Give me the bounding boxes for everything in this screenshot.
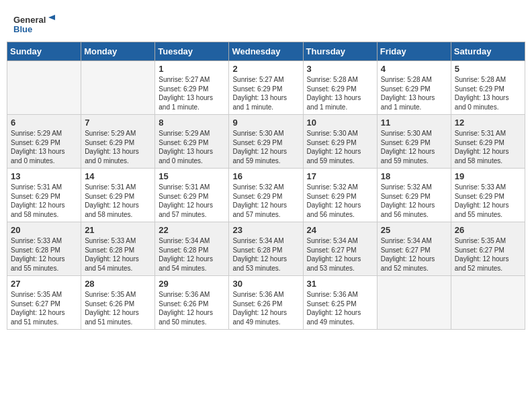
day-info: Sunrise: 5:30 AM Sunset: 6:29 PM Dayligh… [232, 129, 299, 165]
calendar-cell: 18Sunrise: 5:32 AM Sunset: 6:29 PM Dayli… [377, 169, 451, 222]
calendar-header-row: SundayMondayTuesdayWednesdayThursdayFrid… [7, 42, 525, 61]
calendar-week-row: 27Sunrise: 5:35 AM Sunset: 6:27 PM Dayli… [7, 276, 525, 330]
day-number: 21 [85, 225, 151, 235]
calendar-week-row: 6Sunrise: 5:29 AM Sunset: 6:29 PM Daylig… [7, 115, 525, 169]
calendar-cell: 13Sunrise: 5:31 AM Sunset: 6:29 PM Dayli… [7, 169, 81, 222]
calendar-cell [81, 61, 155, 115]
day-info: Sunrise: 5:34 AM Sunset: 6:28 PM Dayligh… [159, 236, 225, 273]
day-info: Sunrise: 5:28 AM Sunset: 6:29 PM Dayligh… [381, 75, 447, 111]
day-number: 15 [159, 171, 225, 181]
calendar-cell: 9Sunrise: 5:30 AM Sunset: 6:29 PM Daylig… [229, 115, 303, 169]
calendar-cell: 25Sunrise: 5:34 AM Sunset: 6:27 PM Dayli… [377, 222, 451, 276]
day-info: Sunrise: 5:35 AM Sunset: 6:27 PM Dayligh… [11, 290, 77, 326]
calendar-cell: 7Sunrise: 5:29 AM Sunset: 6:29 PM Daylig… [81, 115, 155, 169]
day-info: Sunrise: 5:32 AM Sunset: 6:29 PM Dayligh… [232, 183, 299, 219]
calendar-cell [451, 276, 525, 330]
day-info: Sunrise: 5:33 AM Sunset: 6:28 PM Dayligh… [85, 236, 151, 273]
day-number: 26 [455, 225, 521, 235]
logo-icon: General Blue [13, 13, 57, 35]
calendar-cell: 6Sunrise: 5:29 AM Sunset: 6:29 PM Daylig… [7, 115, 81, 169]
calendar-cell: 2Sunrise: 5:27 AM Sunset: 6:29 PM Daylig… [229, 61, 303, 115]
day-info: Sunrise: 5:34 AM Sunset: 6:27 PM Dayligh… [381, 236, 447, 273]
day-info: Sunrise: 5:35 AM Sunset: 6:26 PM Dayligh… [85, 290, 151, 326]
day-number: 22 [159, 225, 225, 235]
calendar-cell [7, 61, 81, 115]
day-number: 31 [307, 279, 373, 289]
day-info: Sunrise: 5:36 AM Sunset: 6:26 PM Dayligh… [232, 290, 299, 326]
calendar-cell: 12Sunrise: 5:31 AM Sunset: 6:29 PM Dayli… [451, 115, 525, 169]
day-info: Sunrise: 5:29 AM Sunset: 6:29 PM Dayligh… [85, 129, 151, 165]
day-number: 23 [232, 225, 299, 235]
day-number: 4 [381, 64, 447, 74]
day-info: Sunrise: 5:27 AM Sunset: 6:29 PM Dayligh… [159, 75, 225, 111]
day-number: 24 [307, 225, 373, 235]
weekday-header-saturday: Saturday [451, 42, 525, 61]
calendar-cell: 29Sunrise: 5:36 AM Sunset: 6:26 PM Dayli… [155, 276, 229, 330]
day-number: 19 [455, 171, 521, 181]
svg-text:Blue: Blue [13, 24, 32, 34]
day-number: 1 [159, 64, 225, 74]
day-number: 6 [11, 118, 77, 128]
day-number: 30 [232, 279, 299, 289]
day-info: Sunrise: 5:35 AM Sunset: 6:27 PM Dayligh… [455, 236, 521, 273]
day-number: 9 [232, 118, 299, 128]
calendar-cell: 30Sunrise: 5:36 AM Sunset: 6:26 PM Dayli… [229, 276, 303, 330]
day-info: Sunrise: 5:32 AM Sunset: 6:29 PM Dayligh… [307, 183, 373, 219]
calendar-cell: 23Sunrise: 5:34 AM Sunset: 6:28 PM Dayli… [229, 222, 303, 276]
day-info: Sunrise: 5:32 AM Sunset: 6:29 PM Dayligh… [381, 183, 447, 219]
day-number: 25 [381, 225, 447, 235]
calendar-cell: 11Sunrise: 5:30 AM Sunset: 6:29 PM Dayli… [377, 115, 451, 169]
calendar-cell: 4Sunrise: 5:28 AM Sunset: 6:29 PM Daylig… [377, 61, 451, 115]
calendar-cell: 16Sunrise: 5:32 AM Sunset: 6:29 PM Dayli… [229, 169, 303, 222]
day-info: Sunrise: 5:33 AM Sunset: 6:29 PM Dayligh… [455, 183, 521, 219]
day-number: 16 [232, 171, 299, 181]
day-number: 18 [381, 171, 447, 181]
weekday-header-monday: Monday [81, 42, 155, 61]
day-info: Sunrise: 5:31 AM Sunset: 6:29 PM Dayligh… [11, 183, 77, 219]
day-info: Sunrise: 5:28 AM Sunset: 6:29 PM Dayligh… [455, 75, 521, 111]
day-number: 8 [159, 118, 225, 128]
calendar-cell: 24Sunrise: 5:34 AM Sunset: 6:27 PM Dayli… [303, 222, 377, 276]
calendar-cell: 15Sunrise: 5:31 AM Sunset: 6:29 PM Dayli… [155, 169, 229, 222]
day-number: 20 [11, 225, 77, 235]
day-info: Sunrise: 5:29 AM Sunset: 6:29 PM Dayligh… [11, 129, 77, 165]
calendar-cell: 20Sunrise: 5:33 AM Sunset: 6:28 PM Dayli… [7, 222, 81, 276]
day-number: 17 [307, 171, 373, 181]
calendar-cell: 8Sunrise: 5:29 AM Sunset: 6:29 PM Daylig… [155, 115, 229, 169]
logo: General Blue [13, 13, 57, 35]
calendar-week-row: 13Sunrise: 5:31 AM Sunset: 6:29 PM Dayli… [7, 169, 525, 222]
weekday-header-sunday: Sunday [7, 42, 81, 61]
calendar-cell: 3Sunrise: 5:28 AM Sunset: 6:29 PM Daylig… [303, 61, 377, 115]
day-number: 7 [85, 118, 151, 128]
svg-text:General: General [13, 15, 46, 25]
day-number: 29 [159, 279, 225, 289]
calendar-cell: 27Sunrise: 5:35 AM Sunset: 6:27 PM Dayli… [7, 276, 81, 330]
day-number: 3 [307, 64, 373, 74]
calendar-cell: 22Sunrise: 5:34 AM Sunset: 6:28 PM Dayli… [155, 222, 229, 276]
day-number: 13 [11, 171, 77, 181]
calendar-cell: 21Sunrise: 5:33 AM Sunset: 6:28 PM Dayli… [81, 222, 155, 276]
calendar-cell: 26Sunrise: 5:35 AM Sunset: 6:27 PM Dayli… [451, 222, 525, 276]
calendar-week-row: 20Sunrise: 5:33 AM Sunset: 6:28 PM Dayli… [7, 222, 525, 276]
day-number: 27 [11, 279, 77, 289]
calendar-cell: 10Sunrise: 5:30 AM Sunset: 6:29 PM Dayli… [303, 115, 377, 169]
day-info: Sunrise: 5:31 AM Sunset: 6:29 PM Dayligh… [159, 183, 225, 219]
day-number: 12 [455, 118, 521, 128]
day-info: Sunrise: 5:31 AM Sunset: 6:29 PM Dayligh… [85, 183, 151, 219]
day-number: 11 [381, 118, 447, 128]
calendar-table: SundayMondayTuesdayWednesdayThursdayFrid… [7, 42, 525, 330]
day-info: Sunrise: 5:36 AM Sunset: 6:26 PM Dayligh… [159, 290, 225, 326]
calendar-cell: 14Sunrise: 5:31 AM Sunset: 6:29 PM Dayli… [81, 169, 155, 222]
calendar-cell: 28Sunrise: 5:35 AM Sunset: 6:26 PM Dayli… [81, 276, 155, 330]
weekday-header-thursday: Thursday [303, 42, 377, 61]
day-info: Sunrise: 5:34 AM Sunset: 6:27 PM Dayligh… [307, 236, 373, 273]
day-number: 2 [232, 64, 299, 74]
weekday-header-friday: Friday [377, 42, 451, 61]
calendar-cell [377, 276, 451, 330]
day-info: Sunrise: 5:31 AM Sunset: 6:29 PM Dayligh… [455, 129, 521, 165]
calendar-cell: 17Sunrise: 5:32 AM Sunset: 6:29 PM Dayli… [303, 169, 377, 222]
weekday-header-tuesday: Tuesday [155, 42, 229, 61]
day-number: 5 [455, 64, 521, 74]
day-number: 28 [85, 279, 151, 289]
day-number: 14 [85, 171, 151, 181]
